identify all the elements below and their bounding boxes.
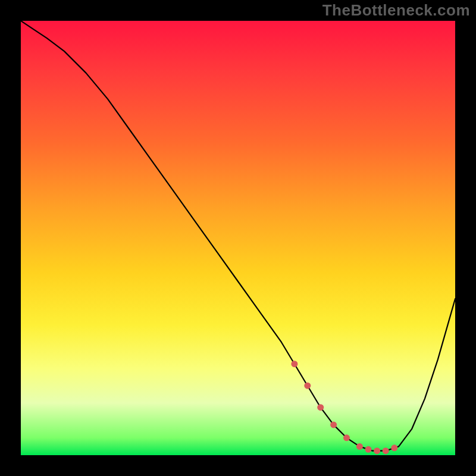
chart-frame: TheBottleneck.com xyxy=(0,0,476,476)
trough-markers xyxy=(291,361,397,454)
trough-marker xyxy=(374,447,380,454)
watermark-text: TheBottleneck.com xyxy=(322,1,470,20)
trough-marker xyxy=(304,383,311,389)
trough-marker xyxy=(343,434,350,441)
trough-marker xyxy=(383,447,389,454)
trough-marker xyxy=(330,421,337,428)
trough-marker xyxy=(291,361,298,367)
plot-area xyxy=(21,21,455,455)
trough-marker xyxy=(317,404,324,411)
trough-marker xyxy=(365,446,372,453)
trough-marker xyxy=(356,443,363,450)
trough-marker xyxy=(391,444,397,451)
curve-svg xyxy=(21,21,455,455)
bottleneck-curve xyxy=(21,21,455,451)
